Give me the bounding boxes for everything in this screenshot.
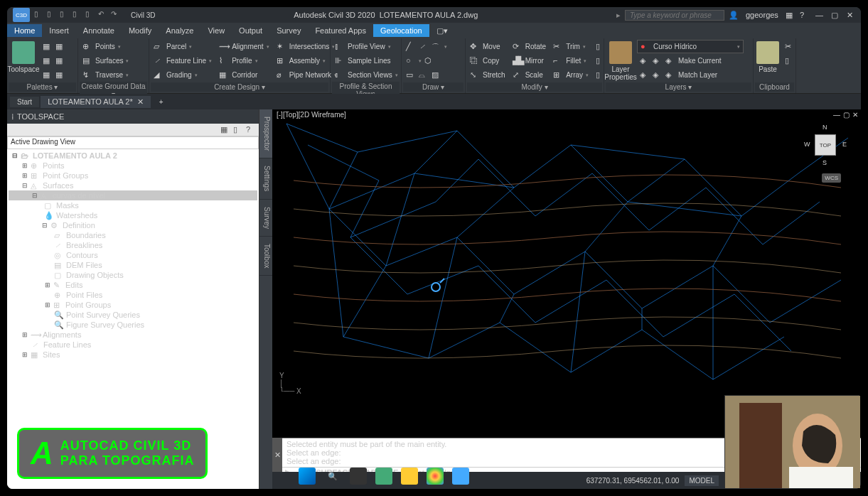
palette-btn-2[interactable]: ▦▦ xyxy=(40,54,68,68)
palette-btn-3[interactable]: ▦▦ xyxy=(40,68,68,82)
panel-palettes[interactable]: Palettes ▾ xyxy=(9,82,76,92)
copy-clip-button[interactable]: ▯ xyxy=(782,54,798,68)
filetab-new[interactable]: + xyxy=(152,97,171,107)
tree-pointfiles[interactable]: ⊕Point Files xyxy=(9,290,257,300)
tab-analyze[interactable]: Analyze xyxy=(159,24,200,37)
viewcube-top[interactable]: TOP xyxy=(815,134,836,156)
tab-insert[interactable]: Insert xyxy=(42,24,76,37)
traverse-button[interactable]: ↯Traverse▾ xyxy=(80,68,132,82)
signin-icon[interactable]: 👤 xyxy=(729,11,739,20)
maximize-button[interactable]: ▢ xyxy=(831,11,840,20)
tree-pointsurveyq[interactable]: 🔍Point Survey Queries xyxy=(9,310,257,320)
surfaces-button[interactable]: ▤Surfaces▾ xyxy=(80,54,132,68)
toolspace-view-combo[interactable]: Active Drawing View xyxy=(7,136,259,149)
viewcube-s[interactable]: S xyxy=(823,159,827,166)
featureline-button[interactable]: ⟋Feature Line▾ xyxy=(151,54,215,68)
sidetab-survey[interactable]: Survey xyxy=(259,200,272,237)
layer-combo[interactable]: ●Curso Hídrico▾ xyxy=(637,40,744,53)
draw-rect[interactable]: ▭⌓▨ xyxy=(403,68,450,82)
profile-button[interactable]: ⌇Profile▾ xyxy=(216,54,272,68)
tab-view[interactable]: View xyxy=(200,24,232,37)
scale-button[interactable]: ⤢Scale xyxy=(510,68,549,82)
makecurrent-button[interactable]: ◈◈◈Make Current xyxy=(637,54,751,68)
user-name[interactable]: ggeorges xyxy=(746,11,778,19)
filetab-active[interactable]: LOTEAMENTO AULA 2*✕ xyxy=(41,96,151,108)
move-button[interactable]: ✥Move xyxy=(467,40,508,53)
tab-featured-apps[interactable]: Featured Apps xyxy=(308,24,373,37)
tree-drawingobjects[interactable]: ▢Drawing Objects xyxy=(9,270,257,280)
tab-geolocation[interactable]: Geolocation xyxy=(373,24,429,37)
tab-survey[interactable]: Survey xyxy=(269,24,308,37)
qat-saveas-icon[interactable]: ▯ xyxy=(73,10,82,20)
layerprops-button[interactable]: LayerProperties xyxy=(606,40,636,82)
taskbar-app1[interactable] xyxy=(375,468,392,485)
tree-alignments[interactable]: ⊞⟿Alignments xyxy=(9,330,257,340)
model-space-button[interactable]: MODEL xyxy=(685,475,719,486)
tree-root[interactable]: ⊟🗁LOTEAMENTO AULA 2 xyxy=(9,151,257,161)
cmd-close-icon[interactable]: ✕ xyxy=(272,438,282,472)
ts-help-icon[interactable]: ? xyxy=(246,125,256,135)
taskbar-start[interactable] xyxy=(299,468,316,485)
tree-demfiles[interactable]: ▤DEM Files xyxy=(9,260,257,270)
taskbar-chrome[interactable] xyxy=(427,468,444,485)
qat-undo-icon[interactable]: ↶ xyxy=(98,10,108,20)
coordinates[interactable]: 637270.31, 6954562.01, 0.00 xyxy=(586,477,680,485)
sidetab-prospector[interactable]: Prospector xyxy=(259,109,272,158)
stretch-button[interactable]: ⤡Stretch xyxy=(467,68,508,82)
panel-draw[interactable]: Draw ▾ xyxy=(403,82,464,92)
tab-home[interactable]: Home xyxy=(7,24,42,37)
draw-circle[interactable]: ○▾⬡ xyxy=(403,54,450,68)
close-button[interactable]: ✕ xyxy=(847,11,855,20)
tree-sites[interactable]: ⊞▦Sites xyxy=(9,350,257,360)
paste-button[interactable]: Paste xyxy=(755,40,781,75)
tab-annotate[interactable]: Annotate xyxy=(76,24,122,37)
tree-pointgroups2[interactable]: ⊞⊞Point Groups xyxy=(9,300,257,310)
taskbar-explorer[interactable] xyxy=(401,468,418,485)
trim-button[interactable]: ✂Trim▾ xyxy=(550,40,591,53)
taskbar-taskview[interactable] xyxy=(350,468,367,485)
qat-plot-icon[interactable]: ▯ xyxy=(85,10,95,20)
drawing-viewport[interactable]: [-][Top][2D Wireframe] —▢✕ N S E W TOP xyxy=(272,109,861,438)
fillet-button[interactable]: ⌐Fillet▾ xyxy=(550,54,591,68)
minimize-button[interactable]: — xyxy=(815,11,824,20)
app-logo[interactable]: C3D xyxy=(13,8,30,22)
viewcube-n[interactable]: N xyxy=(823,124,827,131)
tree-pointgroups[interactable]: ⊞⊞Point Groups xyxy=(9,171,257,180)
app-switcher-icon[interactable]: ▦ xyxy=(786,11,793,20)
qat-redo-icon[interactable]: ↷ xyxy=(111,10,121,20)
tree-definition[interactable]: ⊟⚙Definition xyxy=(9,220,257,230)
tree-contours[interactable]: ◎Contours xyxy=(9,250,257,260)
taskbar-civil3d[interactable] xyxy=(452,468,469,485)
wcs-badge[interactable]: WCS xyxy=(822,173,841,183)
array-button[interactable]: ⊞Array▾ xyxy=(550,68,591,82)
tab-add[interactable]: ▢▾ xyxy=(429,24,455,38)
tree-masks[interactable]: ▢Masks xyxy=(9,200,257,210)
ts-tool1-icon[interactable]: ▦ xyxy=(220,125,230,135)
tree-watersheds[interactable]: 💧Watersheds xyxy=(9,210,257,220)
filetab-start[interactable]: Start xyxy=(10,97,39,107)
draw-line[interactable]: ╱⟋⌒▾ xyxy=(403,40,450,53)
copy-button[interactable]: ⿻Copy xyxy=(467,54,508,68)
tree-points[interactable]: ⊞⊕Points xyxy=(9,161,257,171)
tab-modify[interactable]: Modify xyxy=(122,24,159,37)
points-button[interactable]: ⊕Points▾ xyxy=(80,40,132,53)
mirror-button[interactable]: ▟▙Mirror xyxy=(510,54,549,68)
alignment-button[interactable]: ⟿Alignment▾ xyxy=(216,40,272,53)
tree-surface-curvas[interactable]: ⊟◬curvas de nível xyxy=(9,190,257,200)
tree-surfaces[interactable]: ⊟◬Surfaces xyxy=(9,180,257,190)
cut-button[interactable]: ✂ xyxy=(782,40,798,53)
taskbar-search-icon[interactable]: 🔍 xyxy=(324,468,341,485)
close-tab-icon[interactable]: ✕ xyxy=(137,97,144,107)
viewcube-e[interactable]: E xyxy=(842,141,847,148)
sectionviews-button[interactable]: ⫾Section Views▾ xyxy=(332,68,401,82)
qat-open-icon[interactable]: ▯ xyxy=(47,10,57,20)
palette-btn-1[interactable]: ▦▦ xyxy=(40,40,68,53)
ts-tool2-icon[interactable]: ▯ xyxy=(233,125,243,135)
toolspace-button[interactable]: Toolspace xyxy=(9,40,38,75)
panel-modify[interactable]: Modify ▾ xyxy=(467,82,602,92)
tree-breaklines[interactable]: ⟋Breaklines xyxy=(9,240,257,250)
rotate-button[interactable]: ⟳Rotate xyxy=(510,40,549,53)
tree-featurelines[interactable]: ⟋Feature Lines xyxy=(9,340,257,350)
help-icon[interactable]: ? xyxy=(800,11,804,19)
parcel-button[interactable]: ▱Parcel▾ xyxy=(151,40,215,53)
